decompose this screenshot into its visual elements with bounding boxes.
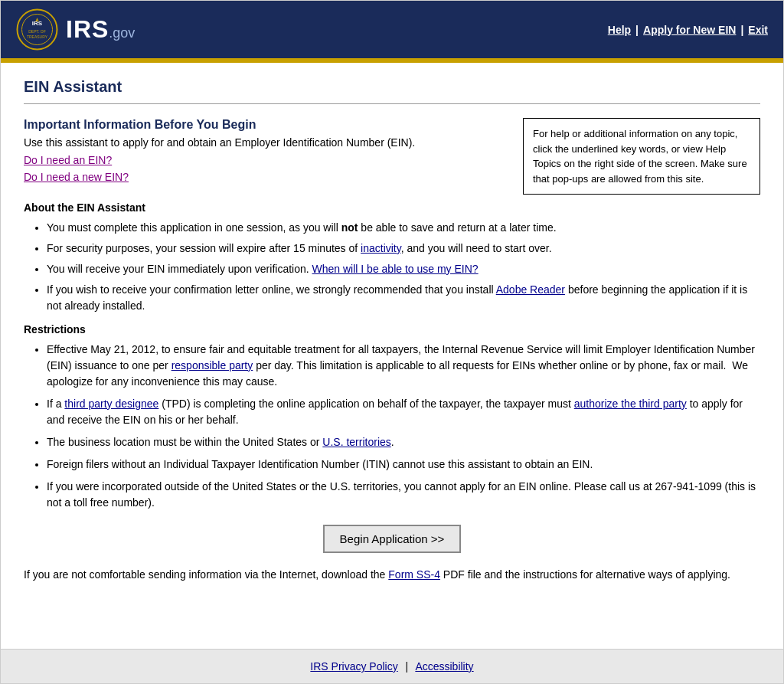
svg-text:TREASURY: TREASURY (27, 34, 48, 39)
list-item: The business location must be within the… (47, 434, 760, 450)
site-header: IRS DEPT. OF TREASURY IRS.gov Help | App… (1, 1, 783, 58)
adobe-reader-link[interactable]: Adobe Reader (496, 283, 565, 296)
about-heading: About the EIN Assistant (24, 201, 760, 214)
list-item: You will receive your EIN immediately up… (47, 261, 760, 277)
help-box-text: For help or additional information on an… (533, 128, 747, 185)
restrictions-heading: Restrictions (24, 323, 760, 335)
responsible-party-link[interactable]: responsible party (172, 359, 253, 371)
list-item: For security purposes, your session will… (47, 241, 760, 257)
us-territories-link[interactable]: U.S. territories (322, 436, 390, 448)
authorize-third-party-link[interactable]: authorize the third party (574, 398, 687, 410)
accessibility-link[interactable]: Accessibility (415, 660, 473, 673)
svg-text:DEPT. OF: DEPT. OF (28, 29, 46, 34)
list-item: If you wish to receive your confirmation… (47, 282, 760, 314)
irs-gov-text: .gov (109, 25, 135, 41)
list-item: Effective May 21, 2012, to ensure fair a… (47, 342, 760, 390)
about-list: You must complete this application in on… (47, 220, 760, 314)
main-content: EIN Assistant Important Information Befo… (1, 63, 783, 649)
bottom-text-before: If you are not comfortable sending infor… (24, 568, 388, 581)
exit-link[interactable]: Exit (748, 24, 768, 36)
list-item: If you were incorporated outside of the … (47, 479, 760, 511)
important-section: Important Information Before You Begin U… (24, 118, 760, 583)
list-item: Foreign filers without an Individual Tax… (47, 457, 760, 473)
irs-seal-icon: IRS DEPT. OF TREASURY (16, 8, 58, 51)
svg-text:IRS: IRS (32, 20, 43, 27)
logo-area: IRS DEPT. OF TREASURY IRS.gov (16, 8, 135, 51)
bottom-text: If you are not comfortable sending infor… (24, 567, 760, 583)
title-divider (24, 103, 760, 104)
footer-separator: | (406, 660, 409, 673)
apply-for-new-ein-link[interactable]: Apply for New EIN (643, 24, 736, 36)
list-item: You must complete this application in on… (47, 220, 760, 236)
restrictions-section: Restrictions Effective May 21, 2012, to … (24, 323, 760, 511)
irs-title-text: IRS (66, 15, 109, 43)
privacy-policy-link[interactable]: IRS Privacy Policy (310, 660, 397, 673)
form-ss4-link[interactable]: Form SS-4 (388, 568, 440, 581)
help-link[interactable]: Help (608, 24, 631, 36)
page-title: EIN Assistant (24, 78, 760, 96)
irs-brand: IRS.gov (66, 15, 135, 44)
inactivity-link[interactable]: inactivity (361, 242, 401, 254)
bottom-text-after: PDF file and the instructions for altern… (440, 568, 730, 581)
help-box: For help or additional information on an… (523, 118, 760, 195)
begin-application-button[interactable]: Begin Application >> (323, 525, 462, 553)
nav-separator-1: | (635, 24, 639, 36)
when-use-ein-link[interactable]: When will I be able to use my EIN? (312, 263, 479, 275)
restrictions-list: Effective May 21, 2012, to ensure fair a… (47, 342, 760, 511)
list-item: If a third party designee (TPD) is compl… (47, 396, 760, 428)
begin-button-area: Begin Application >> (24, 525, 760, 553)
header-navigation: Help | Apply for New EIN | Exit (608, 24, 768, 36)
about-section: About the EIN Assistant You must complet… (24, 201, 760, 314)
third-party-designee-link[interactable]: third party designee (64, 398, 158, 410)
site-footer: IRS Privacy Policy | Accessibility (1, 649, 783, 683)
nav-separator-2: | (740, 24, 743, 36)
